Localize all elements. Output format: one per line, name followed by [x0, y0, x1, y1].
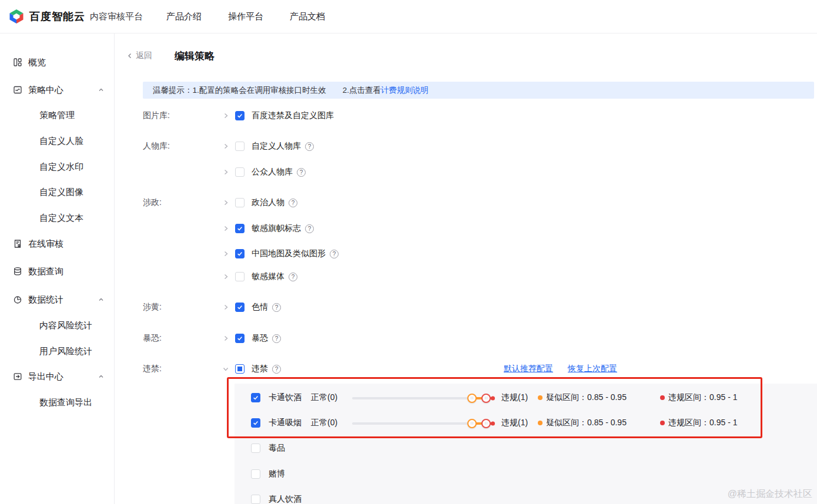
help-icon[interactable]: ?	[272, 303, 281, 312]
baidu-cloud-logo[interactable]	[8, 8, 25, 25]
watermark: @稀土掘金技术社区	[728, 488, 812, 500]
sidebar-item-custom-watermark[interactable]: 自定义水印	[39, 159, 83, 174]
row-label: 公众人物库	[252, 167, 293, 177]
back-button[interactable]: 返回	[126, 51, 152, 61]
threshold-slider[interactable]	[352, 397, 493, 399]
form-row: 公众人物库 ?	[222, 164, 306, 180]
sidebar-item-custom-image[interactable]: 自定义图像	[39, 184, 83, 200]
sidebar-subitem-label: 自定义水印	[39, 162, 83, 173]
checkbox-real-drinking[interactable]	[251, 495, 260, 504]
chevron-down-icon[interactable]	[222, 365, 229, 372]
nav-product-intro[interactable]: 产品介绍	[166, 11, 202, 22]
sidebar-item-data-query[interactable]: 数据查询	[0, 264, 114, 279]
sidebar-item-custom-face[interactable]: 自定义人脸	[39, 133, 83, 149]
checkbox-drugs[interactable]	[251, 443, 260, 453]
chevron-up-icon[interactable]	[98, 296, 105, 303]
sidebar-item-user-risk-stats[interactable]: 用户风险统计	[39, 344, 92, 359]
sidebar-item-custom-text[interactable]: 自定义文本	[39, 210, 83, 226]
chevron-right-icon[interactable]	[222, 304, 229, 311]
chevron-right-icon[interactable]	[222, 273, 229, 280]
suspect-handle[interactable]	[467, 394, 477, 403]
sidebar-subitem-label: 自定义图像	[39, 187, 83, 198]
section-label-image-library: 图片库:	[143, 108, 170, 123]
help-icon[interactable]: ?	[272, 365, 281, 374]
slider-row-cartoon-smoking: 卡通吸烟 正常(0) 违规(1) 疑似区间：0.85 - 0.95 违规区间：0…	[251, 415, 737, 431]
product-name: 内容审核平台	[90, 11, 143, 22]
slider-end-dot	[491, 396, 495, 400]
sidebar-item-strategy-center[interactable]: 策略中心	[0, 82, 114, 98]
row-label: 中国地图及类似图形	[252, 248, 326, 259]
default-config-link[interactable]: 默认推荐配置	[504, 364, 553, 374]
form-row-banned: 违禁 ?	[222, 361, 281, 377]
chevron-right-icon[interactable]	[222, 335, 229, 342]
row-label: 敏感旗帜标志	[252, 223, 301, 234]
sidebar-item-content-risk-stats[interactable]: 内容风险统计	[39, 318, 92, 333]
chevron-right-icon[interactable]	[222, 199, 229, 206]
violation-handle[interactable]	[481, 419, 491, 428]
notice-text-2: 2.点击查看	[343, 85, 381, 96]
slider-min-label: 正常(0)	[311, 418, 352, 428]
nav-operation-platform[interactable]: 操作平台	[228, 11, 263, 22]
slider-min-label: 正常(0)	[311, 392, 352, 403]
chevron-up-icon[interactable]	[98, 86, 105, 93]
checkbox-political-figures[interactable]	[235, 198, 245, 207]
violation-range-label: 违规区间：0.95 - 1	[668, 418, 737, 428]
chevron-right-icon[interactable]	[222, 225, 229, 232]
section-label-person-library: 人物库:	[143, 139, 170, 154]
checkbox-terror[interactable]	[235, 334, 245, 343]
checkbox-public-person-library[interactable]	[235, 167, 245, 177]
sidebar-item-overview[interactable]: 概览	[0, 55, 114, 70]
billing-rules-link[interactable]: 计费规则说明	[381, 85, 428, 96]
checkbox-cartoon-smoking[interactable]	[251, 418, 260, 428]
sidebar-item-label: 导出中心	[28, 371, 63, 382]
sidebar-item-data-query-export[interactable]: 数据查询导出	[39, 395, 92, 410]
checkbox-cartoon-drinking[interactable]	[251, 393, 260, 402]
help-icon[interactable]: ?	[305, 224, 314, 233]
checkbox-gambling[interactable]	[251, 469, 260, 479]
checkbox-banned[interactable]	[235, 364, 245, 374]
sidebar-item-strategy-management[interactable]: 策略管理	[39, 107, 75, 123]
threshold-slider[interactable]	[352, 422, 493, 425]
slider-max-label: 违规(1)	[501, 392, 538, 403]
checkbox-sensitive-media[interactable]	[235, 272, 245, 281]
row-label: 赌博	[269, 469, 285, 479]
help-icon[interactable]: ?	[330, 250, 339, 258]
row-label: 色情	[252, 302, 268, 313]
section-label-porn: 涉黄:	[143, 300, 162, 315]
sidebar-item-label: 概览	[28, 57, 46, 68]
chevron-right-icon[interactable]	[222, 143, 229, 150]
suspect-handle[interactable]	[467, 419, 477, 428]
sidebar-item-data-stats[interactable]: 数据统计	[0, 292, 114, 307]
suspect-range: 疑似区间：0.85 - 0.95	[538, 392, 652, 403]
checkbox-sensitive-flags[interactable]	[235, 224, 245, 233]
violation-handle[interactable]	[481, 394, 491, 403]
strategy-icon	[13, 85, 22, 95]
checkbox-baidu-banned-library[interactable]	[235, 111, 245, 120]
chevron-right-icon[interactable]	[222, 250, 229, 257]
checkbox-porn[interactable]	[235, 303, 245, 312]
form-row-gambling: 赌博	[251, 466, 285, 482]
form-row: 敏感媒体 ?	[222, 269, 297, 284]
help-icon[interactable]: ?	[289, 273, 297, 281]
checkbox-china-map[interactable]	[235, 249, 245, 258]
sidebar-item-online-review[interactable]: 在线审核	[0, 236, 114, 251]
sidebar-item-export-center[interactable]: 导出中心	[0, 369, 114, 384]
chevron-up-icon[interactable]	[98, 373, 105, 380]
row-label: 政治人物	[252, 197, 284, 208]
sidebar-subitem-label: 数据查询导出	[39, 397, 92, 408]
restore-last-config-link[interactable]: 恢复上次配置	[568, 364, 617, 374]
help-icon[interactable]: ?	[289, 199, 297, 207]
top-nav: 产品介绍 操作平台 产品文档	[166, 11, 351, 22]
help-icon[interactable]: ?	[297, 168, 306, 177]
chevron-right-icon[interactable]	[222, 169, 229, 176]
help-icon[interactable]: ?	[305, 142, 314, 151]
violation-dot-icon	[660, 395, 665, 400]
main-content: 返回 编辑策略 温馨提示：1.配置的策略会在调用审核接口时生效 2.点击查看 计…	[115, 33, 817, 504]
checkbox-custom-person-library[interactable]	[235, 142, 245, 151]
help-icon[interactable]: ?	[272, 334, 281, 343]
config-links: 默认推荐配置 恢复上次配置	[504, 361, 632, 377]
violation-range-label: 违规区间：0.95 - 1	[668, 392, 737, 403]
nav-product-docs[interactable]: 产品文档	[290, 11, 325, 22]
chevron-right-icon[interactable]	[222, 112, 229, 119]
suspect-range-label: 疑似区间：0.85 - 0.95	[546, 418, 652, 428]
